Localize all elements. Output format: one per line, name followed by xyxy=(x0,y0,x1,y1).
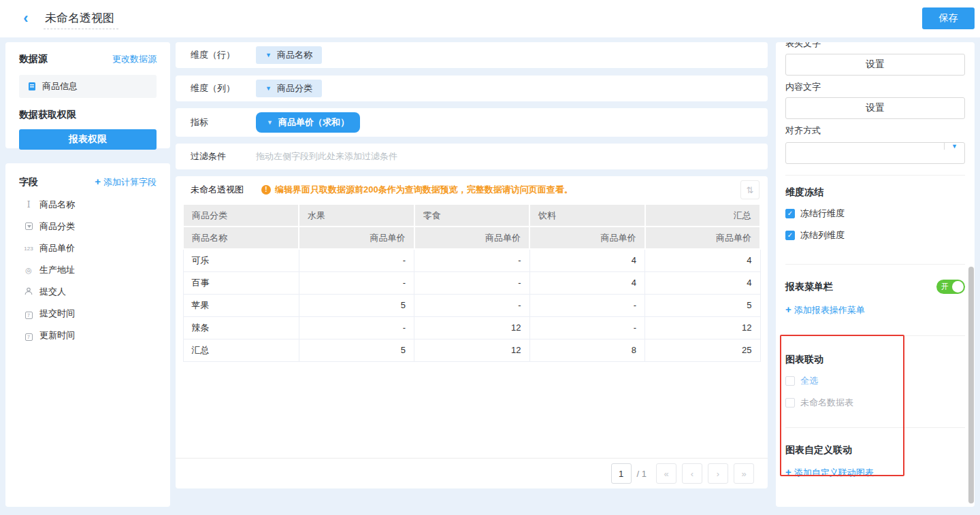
calendar-icon: 7 xyxy=(23,309,34,319)
field-item-category[interactable]: 商品分类 xyxy=(19,221,157,232)
table-cell: 辣条 xyxy=(183,316,299,339)
change-datasource-link[interactable]: 更改数据源 xyxy=(112,53,157,65)
add-calc-field-link[interactable]: +添加计算字段 xyxy=(95,176,157,188)
field-item-update-time[interactable]: 7 更新时间 xyxy=(19,330,157,341)
prev-page-button[interactable]: ‹ xyxy=(682,463,702,484)
table-row: 百事 - - 4 4 xyxy=(183,271,760,294)
save-button[interactable]: 保存 xyxy=(922,7,975,29)
table-row: 辣条 - 12 - 12 xyxy=(183,316,760,339)
divider xyxy=(785,264,965,265)
field-label: 商品单价 xyxy=(39,242,75,254)
table-cell: 可乐 xyxy=(183,249,299,271)
field-label: 提交时间 xyxy=(39,308,75,320)
divider xyxy=(785,335,965,336)
divider xyxy=(785,175,965,176)
datasource-item[interactable]: 商品信息 xyxy=(19,75,157,98)
filter-dropzone[interactable]: 拖动左侧字段到此处来添加过滤条件 xyxy=(256,150,397,163)
field-label: 商品名称 xyxy=(39,199,75,211)
alignment-select[interactable]: ▼ xyxy=(785,142,965,164)
page-number-input[interactable] xyxy=(611,463,632,484)
datasource-title: 数据源 xyxy=(19,53,48,65)
chevron-down-icon: ▼ xyxy=(267,119,273,126)
document-icon xyxy=(27,82,37,91)
field-item-submitter[interactable]: 提交人 xyxy=(19,286,157,297)
table-cell: - xyxy=(299,316,414,339)
checkbox-unchecked[interactable] xyxy=(785,376,795,386)
field-item-name[interactable]: I 商品名称 xyxy=(19,199,157,210)
header-cell: 汇总 xyxy=(645,204,761,227)
content-text-label: 内容文字 xyxy=(785,81,965,93)
report-permission-button[interactable]: 报表权限 xyxy=(19,129,157,150)
metric-label: 指标 xyxy=(191,116,256,129)
table-cell: 4 xyxy=(645,271,761,294)
table-cell: - xyxy=(299,271,414,294)
col-dimension-tag[interactable]: ▼ 商品分类 xyxy=(256,80,322,97)
header-cell: 商品单价 xyxy=(529,227,645,249)
content-text-settings-button[interactable]: 设置 xyxy=(785,97,965,119)
table-cell: 5 xyxy=(299,294,414,316)
table-cell: 12 xyxy=(414,316,530,339)
table-cell: - xyxy=(299,249,414,271)
table-cell: - xyxy=(529,294,645,316)
header-cell: 商品名称 xyxy=(183,227,299,249)
metric-section: 指标 ▼ 商品单价（求和） xyxy=(176,108,768,137)
add-report-menu-link[interactable]: +添加报表操作菜单 xyxy=(785,303,965,316)
custom-linkage-title: 图表自定义联动 xyxy=(785,444,965,456)
table-cell: 25 xyxy=(645,339,761,361)
toggle-on-label: 开 xyxy=(941,282,949,291)
datasource-item-label: 商品信息 xyxy=(42,80,78,93)
field-item-price[interactable]: 123 商品单价 xyxy=(19,243,157,254)
table-cell: - xyxy=(414,294,530,316)
first-page-button[interactable]: « xyxy=(656,463,676,484)
chevron-down-icon: ▼ xyxy=(944,143,964,150)
pagination-bar: / 1 « ‹ › » xyxy=(176,458,768,488)
add-custom-linkage-link[interactable]: +添加自定义联动图表 xyxy=(785,466,965,479)
table-cell: - xyxy=(529,316,645,339)
datasource-panel: 数据源 更改数据源 商品信息 数据获取权限 报表权限 xyxy=(5,42,170,148)
checkbox-label: 未命名数据表 xyxy=(800,397,853,409)
checkbox-unchecked[interactable] xyxy=(785,398,795,408)
chevron-down-icon: ▼ xyxy=(265,85,272,92)
preview-notice: ! 编辑界面只取数据源前200条作为查询数据预览，完整数据请访问页面查看。 xyxy=(261,184,573,196)
report-menu-title: 报表菜单栏 xyxy=(785,281,833,293)
col-dimension-section: 维度（列） ▼ 商品分类 xyxy=(176,76,768,101)
fields-title: 字段 xyxy=(19,176,38,188)
table-cell: 苹果 xyxy=(183,294,299,316)
freeze-row-option[interactable]: ✓ 冻结行维度 xyxy=(785,208,965,219)
chart-linkage-title: 图表联动 xyxy=(785,354,965,366)
filter-section: 过滤条件 拖动左侧字段到此处来添加过滤条件 xyxy=(176,144,768,169)
linkage-select-all-option[interactable]: 全选 xyxy=(785,376,965,386)
permission-title: 数据获取权限 xyxy=(19,109,157,121)
linkage-datatable-option[interactable]: 未命名数据表 xyxy=(785,397,965,408)
table-cell: 8 xyxy=(529,339,645,361)
report-menu-toggle[interactable]: 开 xyxy=(936,280,965,294)
header-cell: 零食 xyxy=(414,204,530,227)
page-title[interactable]: 未命名透视图 xyxy=(44,9,118,29)
row-dimension-tag[interactable]: ▼ 商品名称 xyxy=(256,46,322,64)
toggle-knob xyxy=(952,281,964,293)
last-page-button[interactable]: » xyxy=(734,463,754,484)
col-dimension-label: 维度（列） xyxy=(191,82,256,95)
scrollbar-thumb[interactable] xyxy=(968,267,974,503)
field-item-submit-time[interactable]: 7 提交时间 xyxy=(19,308,157,319)
plus-icon: + xyxy=(95,176,101,187)
table-row: 可乐 - - 4 4 xyxy=(183,249,760,271)
field-item-address[interactable]: ◎ 生产地址 xyxy=(19,265,157,276)
header-cell: 商品单价 xyxy=(645,227,761,249)
top-bar: ‹ 未命名透视图 保存 xyxy=(0,0,980,37)
checkbox-checked[interactable]: ✓ xyxy=(785,209,795,218)
header-text-label: 表头文字 xyxy=(785,42,965,50)
number-field-icon: 123 xyxy=(23,246,34,252)
field-label: 提交人 xyxy=(39,286,66,298)
location-icon: ◎ xyxy=(23,266,34,275)
table-cell: 百事 xyxy=(183,271,299,294)
metric-tag[interactable]: ▼ 商品单价（求和） xyxy=(256,112,360,133)
header-text-settings-button[interactable]: 设置 xyxy=(785,54,965,76)
back-icon[interactable]: ‹ xyxy=(19,12,33,26)
select-field-icon xyxy=(23,222,34,232)
next-page-button[interactable]: › xyxy=(708,463,728,484)
divider xyxy=(785,427,965,428)
sort-button[interactable]: ⇅ xyxy=(740,180,760,199)
checkbox-checked[interactable]: ✓ xyxy=(785,231,795,240)
freeze-col-option[interactable]: ✓ 冻结列维度 xyxy=(785,230,965,241)
